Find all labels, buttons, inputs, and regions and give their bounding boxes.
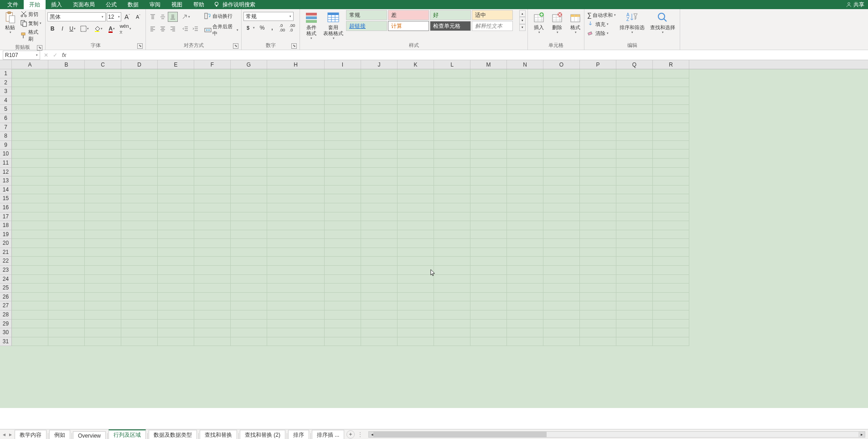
cell[interactable]	[121, 123, 158, 132]
cell[interactable]	[194, 284, 231, 293]
cell[interactable]	[231, 328, 267, 337]
column-header[interactable]: C	[85, 60, 121, 69]
cell[interactable]	[267, 69, 325, 78]
cell[interactable]	[231, 78, 267, 88]
cell[interactable]	[470, 301, 507, 310]
align-top-button[interactable]	[148, 12, 158, 22]
cell[interactable]	[231, 69, 267, 78]
cell[interactable]	[361, 328, 398, 337]
cell[interactable]	[12, 221, 48, 230]
cell[interactable]	[434, 186, 470, 195]
cell[interactable]	[194, 78, 231, 88]
row-header[interactable]: 2	[0, 78, 11, 88]
cell[interactable]	[470, 328, 507, 337]
style-cell-7[interactable]: 解释性文本	[472, 21, 513, 31]
cell[interactable]	[267, 78, 325, 88]
cell[interactable]	[231, 266, 267, 275]
cell[interactable]	[653, 230, 689, 239]
cell[interactable]	[507, 239, 543, 248]
cell[interactable]	[507, 186, 543, 195]
column-header[interactable]: E	[158, 60, 194, 69]
font-color-button[interactable]: A▾	[105, 24, 119, 34]
cell[interactable]	[434, 239, 470, 248]
cell[interactable]	[580, 114, 616, 123]
cell[interactable]	[470, 230, 507, 239]
dialog-launcher-icon[interactable]: ⬊	[233, 43, 238, 49]
cell[interactable]	[653, 221, 689, 230]
accounting-format-button[interactable]: $▾	[243, 23, 257, 33]
cell[interactable]	[12, 301, 48, 310]
cell[interactable]	[507, 275, 543, 284]
cell[interactable]	[12, 150, 48, 159]
cell[interactable]	[325, 266, 361, 275]
cell[interactable]	[470, 337, 507, 346]
cell[interactable]	[267, 248, 325, 257]
cell[interactable]	[158, 203, 194, 212]
cell[interactable]	[507, 293, 543, 302]
dialog-launcher-icon[interactable]: ⬊	[291, 43, 297, 49]
cell[interactable]	[325, 69, 361, 78]
cell[interactable]	[12, 320, 48, 329]
cell[interactable]	[194, 194, 231, 203]
cell[interactable]	[194, 212, 231, 222]
cell[interactable]	[361, 159, 398, 168]
cell[interactable]	[653, 284, 689, 293]
cell[interactable]	[616, 176, 653, 186]
cell[interactable]	[398, 239, 434, 248]
cell[interactable]	[267, 176, 325, 186]
cell[interactable]	[470, 78, 507, 88]
cell[interactable]	[85, 248, 121, 257]
cell[interactable]	[231, 212, 267, 222]
cell[interactable]	[121, 239, 158, 248]
cell[interactable]	[121, 194, 158, 203]
cell[interactable]	[158, 221, 194, 230]
cell[interactable]	[653, 176, 689, 186]
cell[interactable]	[85, 159, 121, 168]
cell[interactable]	[85, 293, 121, 302]
cell[interactable]	[543, 194, 580, 203]
cell[interactable]	[361, 212, 398, 222]
cell[interactable]	[267, 114, 325, 123]
cell[interactable]	[231, 275, 267, 284]
cell[interactable]	[434, 328, 470, 337]
fill-button[interactable]: 填充▾	[586, 20, 617, 28]
cell[interactable]	[231, 337, 267, 346]
cell[interactable]	[12, 248, 48, 257]
cell[interactable]	[325, 176, 361, 186]
style-cell-1[interactable]: 差	[388, 10, 429, 20]
cell[interactable]	[543, 310, 580, 320]
cell[interactable]	[121, 87, 158, 96]
cell[interactable]	[194, 257, 231, 266]
cell[interactable]	[325, 257, 361, 266]
cell[interactable]	[507, 212, 543, 222]
cell[interactable]	[121, 328, 158, 337]
cell[interactable]	[121, 284, 158, 293]
cell[interactable]	[580, 328, 616, 337]
cell[interactable]	[231, 194, 267, 203]
sheet-nav-next-icon[interactable]: ▸	[9, 431, 12, 438]
cell[interactable]	[398, 257, 434, 266]
cell[interactable]	[48, 257, 85, 266]
column-header[interactable]: B	[48, 60, 85, 69]
cell[interactable]	[267, 320, 325, 329]
cell[interactable]	[121, 186, 158, 195]
cell[interactable]	[470, 320, 507, 329]
cell[interactable]	[325, 301, 361, 310]
cell[interactable]	[616, 87, 653, 96]
underline-button[interactable]: U▾	[67, 24, 78, 34]
cell[interactable]	[231, 186, 267, 195]
menu-tab-1[interactable]: 开始	[24, 0, 46, 10]
cell[interactable]	[543, 132, 580, 141]
cell[interactable]	[12, 69, 48, 78]
menu-tab-0[interactable]: 文件	[2, 0, 24, 10]
cell[interactable]	[470, 186, 507, 195]
merge-center-button[interactable]: 合并后居中▾	[203, 23, 239, 37]
cell[interactable]	[267, 105, 325, 114]
cell[interactable]	[470, 194, 507, 203]
cell[interactable]	[12, 105, 48, 114]
cell[interactable]	[325, 239, 361, 248]
row-header[interactable]: 7	[0, 123, 11, 132]
decrease-decimal-button[interactable]: .00.0	[287, 23, 297, 33]
cell[interactable]	[158, 159, 194, 168]
cell[interactable]	[48, 275, 85, 284]
